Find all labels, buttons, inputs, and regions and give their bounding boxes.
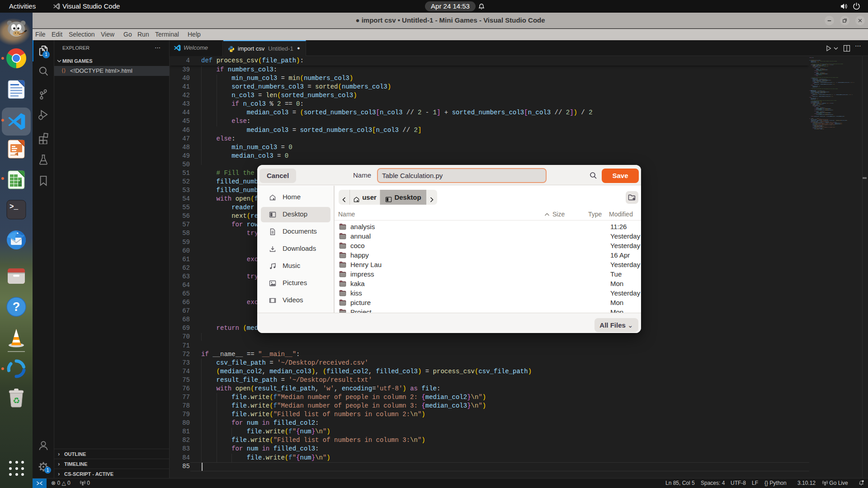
svg-text:?: ? (13, 300, 20, 314)
svg-text:>_: >_ (9, 203, 19, 211)
svg-text:♻: ♻ (13, 396, 20, 405)
